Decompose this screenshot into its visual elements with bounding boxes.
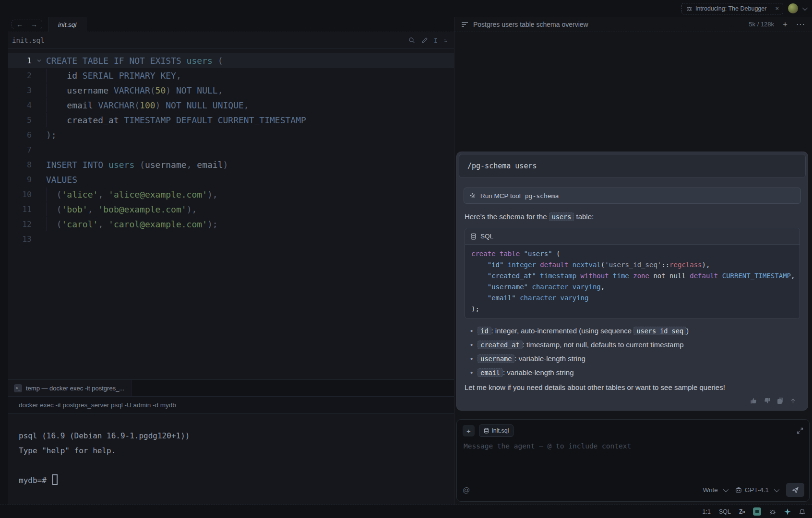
sql-code-line: "email" character varying	[471, 293, 800, 304]
bullet-item: •email: variable-length string	[470, 365, 800, 379]
bell-icon[interactable]	[799, 508, 805, 515]
thumbs-up-icon[interactable]	[750, 397, 757, 404]
editor-lines: 1CREATE TABLE IF NOT EXISTS users (2 id …	[8, 53, 454, 247]
nav-forward-button[interactable]: →	[31, 21, 37, 28]
search-icon[interactable]	[408, 37, 415, 44]
editor-line[interactable]: 11 ('bob', 'bob@example.com'),	[8, 202, 454, 217]
assistant-message-card: /pg-schema users Run MCP tool pg-schema …	[456, 152, 808, 411]
send-icon	[792, 487, 799, 494]
message-input[interactable]	[463, 442, 791, 450]
code-actions-icon[interactable]: ≈	[444, 37, 447, 44]
left-dock-strip	[0, 17, 9, 505]
user-menu[interactable]	[788, 3, 806, 13]
bullet-item: •username: variable-length string	[470, 352, 800, 365]
editor-line[interactable]: 7	[8, 142, 454, 157]
editor-line[interactable]: 12 ('carol', 'carol@example.com');	[8, 217, 454, 232]
language-selector[interactable]: SQL	[719, 508, 731, 515]
editor-line[interactable]: 5 created_at TIMESTAMP DEFAULT CURRENT_T…	[8, 113, 454, 128]
user-message[interactable]: /pg-schema users	[459, 154, 806, 178]
terminal-line	[19, 458, 454, 473]
thread-menu-icon[interactable]	[461, 22, 468, 27]
tool-call[interactable]: Run MCP tool pg-schema	[464, 188, 801, 204]
terminal-title: docker exec -it postgres_server psql -U …	[19, 401, 176, 409]
database-icon	[470, 233, 477, 240]
editor-line[interactable]: 9VALUES	[8, 172, 454, 187]
thread-title[interactable]: Postgres users table schema overview	[473, 21, 588, 28]
sql-code[interactable]: create table "users" ( "id" integer defa…	[465, 245, 800, 318]
thumbs-down-icon[interactable]	[764, 397, 771, 404]
terminal-line: mydb=#	[19, 473, 454, 488]
prose-outro: Let me know if you need details about ot…	[465, 382, 800, 392]
debugger-announcement-pill[interactable]: Introducing: The Debugger ×	[681, 3, 783, 14]
inline-assist-icon[interactable]	[421, 37, 428, 44]
sql-code-block-header[interactable]: SQL	[465, 228, 800, 245]
panel-menu-button[interactable]: ···	[796, 20, 805, 29]
terminal-cursor	[52, 474, 58, 485]
code-editor[interactable]: 1CREATE TABLE IF NOT EXISTS users (2 id …	[8, 49, 454, 396]
mode-selector[interactable]: Write	[703, 486, 727, 494]
chevron-down-icon	[802, 5, 808, 10]
new-thread-button[interactable]: +	[783, 20, 788, 29]
model-label: GPT-4.1	[745, 486, 769, 494]
message-composer[interactable]: + init.sql @ Write GPT-4.1	[456, 419, 810, 502]
fold-chevron-icon[interactable]	[32, 58, 46, 63]
terminal-tab[interactable]: >_ temp — docker exec -it postgres_...	[8, 380, 131, 396]
terminal-icon: >_	[14, 384, 22, 392]
bullet-item: •created_at: timestamp, not null, defaul…	[470, 338, 800, 352]
assistant-panel-toggle-icon[interactable]	[753, 507, 761, 516]
context-chip-init-sql[interactable]: init.sql	[479, 424, 513, 437]
sql-code-line: "created_at" timestamp without time zone…	[471, 271, 800, 282]
agent-panel: Postgres users table schema overview 5k …	[454, 17, 812, 505]
prose-intro: Here’s the schema for the users table:	[465, 212, 800, 222]
terminal-panel: >_ temp — docker exec -it postgres_... d…	[8, 379, 454, 505]
model-selector[interactable]: GPT-4.1	[735, 486, 778, 494]
history-nav: ← →	[12, 20, 42, 29]
send-button[interactable]	[786, 483, 804, 497]
context-chip-label: init.sql	[492, 427, 509, 434]
database-icon	[484, 428, 489, 434]
terminal-line: psql (16.9 (Debian 16.9-1.pgdg120+1))	[19, 428, 454, 443]
nav-back-button[interactable]: ←	[16, 21, 23, 28]
title-bar: Introducing: The Debugger ×	[0, 0, 812, 17]
bug-icon	[686, 5, 693, 12]
close-icon[interactable]: ×	[771, 5, 783, 12]
terminal-line: Type "help" for help.	[19, 443, 454, 458]
editor-line[interactable]: 6);	[8, 128, 454, 142]
tab-label: init.sql	[58, 21, 76, 28]
cursor-position[interactable]: 1:1	[703, 508, 711, 515]
add-context-button[interactable]: +	[463, 425, 475, 436]
edit-prediction-icon[interactable]: Z»	[739, 508, 745, 515]
sql-code-line: );	[471, 304, 800, 315]
expand-composer-icon[interactable]	[797, 427, 803, 434]
cursor-icon[interactable]: I	[434, 37, 438, 44]
avatar	[788, 3, 798, 13]
editor-line[interactable]: 8INSERT INTO users (username, email)	[8, 157, 454, 172]
model-icon	[735, 487, 742, 493]
gear-icon	[469, 192, 476, 199]
sql-code-line: create table "users" (	[471, 248, 800, 259]
sql-code-line: "id" integer default nextval('users_id_s…	[471, 259, 800, 271]
copy-icon[interactable]	[777, 397, 784, 404]
debugger-icon[interactable]	[769, 508, 776, 515]
terminal-output[interactable]: psql (16.9 (Debian 16.9-1.pgdg120+1))Typ…	[8, 414, 454, 488]
code-block-language: SQL	[480, 233, 493, 240]
copilot-sparkle-icon[interactable]	[784, 508, 791, 515]
chevron-down-icon	[723, 486, 728, 492]
editor-line[interactable]: 13	[8, 232, 454, 247]
editor-line[interactable]: 10 ('alice', 'alice@example.com'),	[8, 187, 454, 202]
zed-window: Introducing: The Debugger × ← → init.sql…	[0, 0, 812, 518]
thread-scroll-area[interactable]: /pg-schema users Run MCP tool pg-schema …	[454, 32, 812, 413]
mention-icon[interactable]: @	[463, 486, 470, 494]
editor-line[interactable]: 2 id SERIAL PRIMARY KEY,	[8, 68, 454, 83]
status-bar: 1:1 SQL Z»	[0, 505, 812, 518]
scroll-to-top-icon[interactable]	[790, 398, 796, 404]
sql-code-line: "username" character varying,	[471, 282, 800, 293]
editor-line[interactable]: 1CREATE TABLE IF NOT EXISTS users (	[8, 53, 454, 68]
editor-tab-bar: ← → init.sql	[8, 17, 454, 32]
tab-init-sql[interactable]: init.sql	[48, 17, 86, 33]
editor-line[interactable]: 4 email VARCHAR(100) NOT NULL UNIQUE,	[8, 98, 454, 113]
breadcrumb[interactable]: init.sql	[12, 36, 44, 44]
editor-line[interactable]: 3 username VARCHAR(50) NOT NULL,	[8, 83, 454, 98]
user-message-text: /pg-schema users	[467, 162, 537, 170]
mode-label: Write	[703, 486, 717, 494]
